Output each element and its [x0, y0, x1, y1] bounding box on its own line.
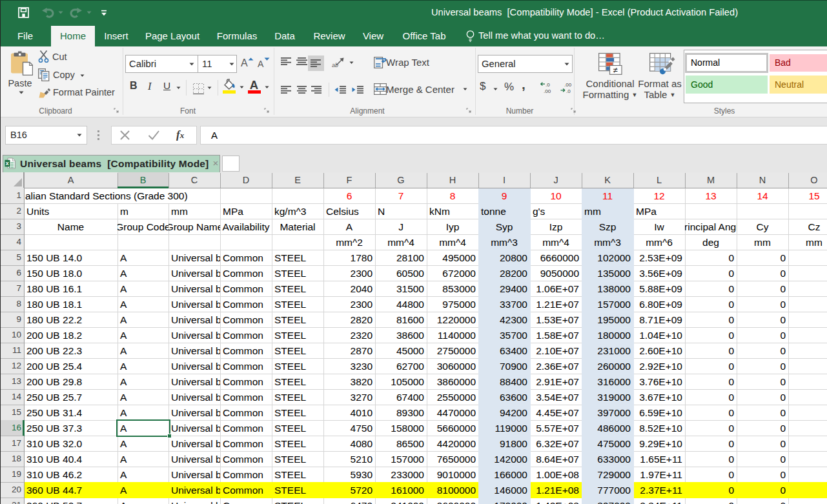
svg-text:ab: ab: [332, 62, 338, 68]
svg-text:.0: .0: [546, 82, 550, 88]
svg-text:≠: ≠: [613, 65, 618, 75]
svg-text:.00: .00: [544, 88, 551, 94]
svg-text:.00: .00: [564, 82, 572, 88]
svg-text:.0: .0: [566, 88, 571, 94]
svg-text:x: x: [6, 160, 9, 166]
